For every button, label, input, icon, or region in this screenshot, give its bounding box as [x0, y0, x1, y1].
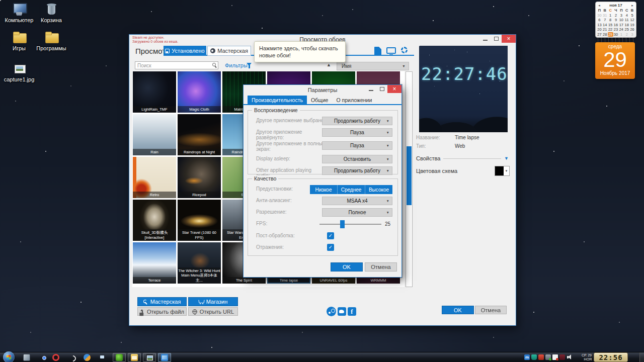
calendar-day-cell[interactable]: 23	[613, 27, 619, 32]
sort-dropdown[interactable]: Имя ▼	[337, 62, 409, 70]
reflections-checkbox[interactable]: ✓	[327, 244, 334, 251]
calendar-next-icon[interactable]: ►	[631, 4, 634, 7]
calendar-day-cell[interactable]: 10	[618, 18, 624, 23]
calendar-day-cell[interactable]: 19	[629, 23, 635, 28]
window-ok-button[interactable]: OK	[442, 306, 474, 314]
tab-workshop[interactable]: Мастерская	[207, 46, 251, 56]
calendar-day-cell[interactable]: 5	[629, 13, 635, 18]
wallpaper-tile[interactable]: Terrace	[133, 242, 176, 284]
calendar-day-cell[interactable]: 22	[608, 27, 613, 32]
antialias-dropdown[interactable]: MSAA x4 ▼	[322, 197, 392, 205]
calendar-day-cell[interactable]: 25	[624, 27, 629, 32]
calendar-day-cell[interactable]: 14	[602, 23, 608, 28]
wallpaper-tile[interactable]: Raindrops at Night	[178, 114, 221, 155]
wallpaper-tile[interactable]: Rain	[133, 114, 176, 155]
wallpaper-tile[interactable]: Skull_3D骷髅头 [Interactive]	[133, 200, 176, 241]
wallpaper-tile[interactable]: Star Travel (1080 60 FPS)	[178, 200, 221, 241]
calendar-day-cell[interactable]: 20	[597, 27, 602, 32]
open-file-icon[interactable]	[374, 47, 381, 55]
steam-social-icon[interactable]	[327, 307, 336, 316]
calendar-day-cell[interactable]: 24	[618, 27, 624, 32]
calendar-day-cell[interactable]: 1	[618, 32, 624, 37]
tab-about[interactable]: О приложении	[332, 96, 376, 105]
calendar-day-cell[interactable]: 21	[602, 27, 608, 32]
calendar-day-cell[interactable]: 15	[608, 23, 613, 28]
calendar-day-cell[interactable]: 28	[602, 32, 608, 37]
dialog-minimize-button[interactable]	[365, 85, 376, 93]
start-button[interactable]	[3, 351, 15, 362]
resolution-dropdown[interactable]: Полное ▼	[322, 208, 392, 217]
grid-scrollbar[interactable]	[406, 71, 413, 287]
tray-icon-m[interactable]: m	[524, 354, 530, 360]
close-button[interactable]: ×	[502, 35, 516, 43]
tab-installed[interactable]: Установлено	[164, 46, 206, 56]
calendar-day-cell[interactable]: 6	[597, 18, 602, 23]
calendar-day-cell[interactable]: 18	[624, 23, 629, 28]
fps-slider-track[interactable]	[319, 224, 381, 225]
taskbar-button-photos[interactable]	[143, 353, 156, 362]
maximize-button[interactable]	[491, 35, 502, 43]
taskbar-icon-remote[interactable]	[23, 354, 30, 361]
tab-general[interactable]: Общие	[307, 96, 333, 105]
desktop-icon-bin[interactable]: Корзина	[35, 2, 67, 23]
taskbar-button-wpe[interactable]	[158, 353, 171, 362]
dialog-maximize-button[interactable]	[376, 85, 387, 93]
calendar-day-cell[interactable]: 29	[608, 32, 613, 37]
playback-row-dropdown[interactable]: Остановить▼	[322, 155, 392, 163]
calendar-day-cell[interactable]: 11	[624, 18, 629, 23]
tray-icon-flag[interactable]	[552, 354, 558, 360]
dialog-cancel-button[interactable]: Отмена	[365, 262, 397, 272]
calendar-day-cell[interactable]: 27	[597, 32, 602, 37]
search-input[interactable]	[137, 62, 208, 69]
sort-direction-button[interactable]: ▲	[327, 62, 331, 67]
postprocessing-checkbox[interactable]: ✓	[327, 232, 334, 239]
wallpaper-tile[interactable]: Retro	[133, 157, 176, 198]
tray-icon-red[interactable]	[538, 354, 544, 360]
filter-funnel-icon[interactable]	[247, 63, 252, 66]
calendar-day-cell[interactable]: 7	[602, 18, 608, 23]
wallpaper-tile[interactable]: Ricepod	[178, 157, 221, 198]
taskbar-date[interactable]: СР. 29 НОЯ	[577, 353, 592, 361]
wallpaper-tile[interactable]: LightRain_TMF	[133, 71, 176, 113]
wallpaper-tile[interactable]: The Witcher 3: Wild Hunt Main Menu巫师3本体主…	[178, 242, 221, 284]
calendar-day-cell[interactable]: 9	[613, 18, 619, 23]
tab-performance[interactable]: Производительность	[248, 96, 307, 105]
filters-link[interactable]: Фильтры	[225, 62, 248, 68]
tray-icon-shield[interactable]	[531, 354, 537, 360]
playback-row-dropdown[interactable]: Пауза▼	[322, 141, 392, 150]
displays-icon[interactable]	[386, 47, 396, 54]
tray-icon-darkred[interactable]	[559, 354, 565, 360]
twitter-icon[interactable]	[338, 307, 346, 316]
preset-low-button[interactable]: Низкое	[310, 185, 338, 194]
calendar-day-cell[interactable]: 12	[629, 18, 635, 23]
calendar-day-cell[interactable]: 4	[624, 13, 629, 18]
desktop-icon-computer[interactable]: Компьютер	[3, 2, 35, 23]
taskbar-clock[interactable]: 22:56	[594, 352, 628, 362]
fps-slider-thumb[interactable]	[340, 220, 345, 228]
calendar-day-cell[interactable]: 31	[602, 13, 608, 18]
properties-expander[interactable]: Свойства ▼	[416, 155, 509, 161]
calendar-day-cell[interactable]: 3	[618, 13, 624, 18]
taskbar-button-green[interactable]	[113, 353, 126, 362]
playback-row-dropdown[interactable]: Пауза▼	[322, 128, 392, 137]
show-desktop-button[interactable]	[639, 352, 644, 362]
calendar-day-cell[interactable]: 17	[618, 23, 624, 28]
minimize-button[interactable]	[479, 35, 491, 43]
taskbar-icon-opera[interactable]	[52, 354, 59, 361]
calendar-day-cell[interactable]: 1	[608, 13, 613, 18]
preset-high-button[interactable]: Высокое	[365, 185, 392, 194]
tray-icon-volume[interactable]	[567, 354, 572, 360]
taskbar-button-explorer[interactable]	[128, 353, 141, 362]
calendar-day-cell[interactable]: 3	[629, 32, 635, 37]
tray-icon-gray[interactable]	[545, 354, 551, 360]
calendar-day-cell[interactable]: 16	[613, 23, 619, 28]
dialog-close-button[interactable]: ×	[387, 85, 401, 93]
taskbar-icon-roundapp[interactable]	[84, 354, 91, 361]
store-button[interactable]: Магазин	[188, 297, 238, 306]
settings-gear-icon[interactable]	[401, 47, 408, 53]
open-file-button[interactable]: Открыть файл	[137, 307, 187, 316]
open-url-button[interactable]: Открыть URL	[188, 307, 238, 316]
desktop-icon-folder[interactable]: Программы	[32, 30, 70, 51]
facebook-icon[interactable]: f	[348, 307, 356, 316]
desktop-icon-folder[interactable]: Игры	[3, 30, 35, 51]
